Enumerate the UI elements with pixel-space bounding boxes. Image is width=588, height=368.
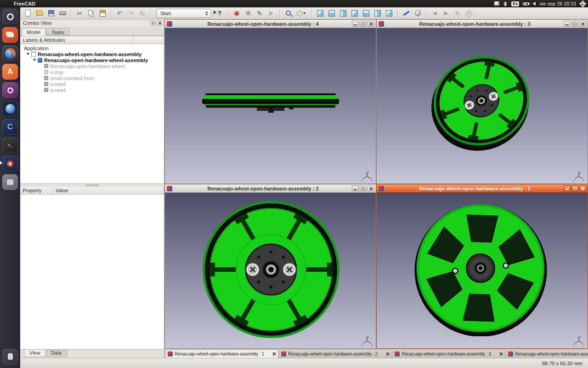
bottom-view-button[interactable] [373, 8, 383, 18]
expander-icon[interactable] [33, 59, 36, 61]
minimize-button[interactable] [564, 185, 571, 191]
window-titlebar[interactable]: Renacuajo-wheel-open-hardware-assembly :… [377, 20, 588, 28]
session-menu-icon[interactable] [580, 1, 585, 6]
launcher-item-files[interactable] [0, 26, 20, 44]
macro-stop-button[interactable] [243, 8, 253, 18]
open-document-button[interactable] [34, 8, 45, 18]
print-button[interactable] [57, 8, 68, 18]
measure-distance-button[interactable] [401, 8, 411, 18]
viewport-isometric-view[interactable]: z x y [377, 28, 588, 184]
launcher-item-dash[interactable] [0, 7, 20, 26]
minimize-button[interactable] [352, 21, 359, 27]
fit-all-button[interactable] [283, 8, 293, 18]
property-column-header[interactable]: Property [20, 187, 53, 194]
window-tab-3[interactable]: Renacuajo-wheel-open-hardware-assembly :… [392, 350, 505, 358]
tab-view[interactable]: View [24, 350, 46, 357]
maximize-button[interactable] [571, 21, 578, 27]
right-view-button[interactable] [350, 8, 360, 18]
launcher-item-trash[interactable] [0, 348, 20, 366]
rear-view-button[interactable] [361, 8, 371, 18]
new-document-button[interactable] [23, 8, 33, 18]
workbench-selector[interactable]: Start [156, 9, 211, 18]
tree-item-application[interactable]: Application [20, 45, 164, 51]
network-traffic-icon[interactable] [503, 1, 508, 6]
maximize-button[interactable] [571, 185, 578, 191]
expander-icon[interactable] [27, 53, 29, 55]
property-table-body[interactable] [20, 195, 164, 349]
tab-close-icon[interactable] [499, 352, 503, 356]
tab-close-icon[interactable] [385, 352, 390, 356]
whats-this-button[interactable]: ? [215, 8, 225, 18]
copy-button[interactable] [86, 8, 96, 18]
volume-icon[interactable] [532, 2, 536, 6]
minimize-button[interactable] [352, 185, 359, 191]
wheel-model-rear[interactable] [413, 200, 548, 336]
redo-button[interactable]: ↷ [126, 8, 136, 18]
window-tab-1[interactable]: Renacuajo-wheel-open-hardware-assembly :… [165, 350, 278, 358]
tree-item-document[interactable]: Renacuajo-wheel-open-hardware-assembly [20, 51, 164, 57]
tree-item-screw1[interactable]: screw1 [20, 87, 164, 93]
clock[interactable]: vie sep 26 20:31 [539, 1, 577, 6]
dock-close-button[interactable] [157, 20, 162, 26]
wheel-model-isometric[interactable] [422, 41, 541, 161]
window-tab-4[interactable]: Renacuajo-wheel-open-hardware-assembly :… [506, 350, 588, 358]
maximize-button[interactable] [360, 21, 367, 27]
next-view-button[interactable]: ▶ [441, 8, 451, 18]
window-titlebar[interactable]: Renacuajo-wheel-open-hardware-assembly :… [377, 184, 588, 193]
macro-edit-button[interactable]: ✎ [254, 8, 265, 18]
window-titlebar[interactable]: Renacuajo-wheel-open-hardware-assembly :… [165, 184, 376, 193]
viewport-front-view[interactable]: z x y [165, 193, 376, 348]
launcher-item-sphere-app[interactable] [0, 99, 20, 118]
launcher-item-freecad[interactable] [0, 155, 20, 173]
wheel-model-side[interactable] [202, 93, 339, 115]
tree-item-assembly[interactable]: Renacuajo-open-hardware-wheel-assembly [20, 57, 164, 63]
axonometric-view-button[interactable] [315, 8, 325, 18]
tree-item-screw2[interactable]: screw2 [20, 81, 164, 87]
close-button[interactable] [368, 185, 374, 191]
tab-data[interactable]: Data [45, 350, 67, 357]
launcher-item-c-app[interactable]: C [0, 118, 20, 136]
left-view-button[interactable] [384, 8, 394, 18]
save-button[interactable] [46, 8, 56, 18]
dock-splitter[interactable] [20, 183, 164, 187]
close-document-button[interactable]: × [464, 8, 474, 18]
close-button[interactable] [579, 21, 586, 27]
window-titlebar[interactable]: Renacuajo-wheel-open-hardware-assembly :… [165, 20, 376, 28]
undo-button[interactable]: ↶ [114, 8, 124, 18]
wheel-model-front[interactable] [202, 201, 340, 339]
refresh-button[interactable]: ↻ [137, 8, 147, 18]
top-view-button[interactable] [338, 8, 348, 18]
tree-item-wheel[interactable]: Renacuajo-open-hardware-wheel [20, 63, 164, 69]
value-column-header[interactable]: Value [53, 187, 164, 194]
combo-view-titlebar[interactable]: Combo View [20, 19, 164, 27]
tab-tasks[interactable]: Tasks [46, 28, 69, 35]
draw-style-button[interactable] [294, 8, 308, 18]
cut-button[interactable]: ✂ [74, 8, 85, 18]
macro-play-button[interactable] [266, 8, 276, 18]
front-view-button[interactable] [327, 8, 337, 18]
launcher-item-terminal[interactable]: >_ [0, 136, 20, 155]
tab-model[interactable]: Model [22, 28, 45, 36]
dock-float-button[interactable] [150, 20, 156, 26]
sync-view-button[interactable]: ↻ [452, 8, 463, 18]
tree-item-oring[interactable]: o-ring [20, 69, 164, 75]
system-monitor-icon[interactable] [494, 1, 500, 6]
launcher-item-firefox[interactable] [0, 44, 20, 63]
previous-view-button[interactable]: ◀ [430, 8, 440, 18]
viewport-side-view[interactable]: z x y [165, 28, 376, 184]
texture-view-button[interactable] [413, 8, 423, 18]
tree-item-horn[interactable]: small-rounded-horn [20, 75, 164, 81]
macro-record-button[interactable] [232, 8, 242, 18]
tab-close-icon[interactable] [272, 352, 276, 356]
window-tab-2[interactable]: Renacuajo-wheel-open-hardware-assembly :… [279, 350, 392, 358]
minimize-button[interactable] [564, 21, 571, 27]
launcher-item-software[interactable]: A [0, 63, 20, 81]
close-button[interactable] [579, 185, 586, 191]
paste-button[interactable] [97, 8, 107, 18]
close-button[interactable] [368, 21, 374, 27]
maximize-button[interactable] [360, 185, 367, 191]
launcher-item-settings[interactable] [0, 81, 20, 99]
launcher-item-gray-app[interactable] [0, 173, 20, 191]
keyboard-layout-indicator[interactable]: Es [511, 1, 519, 6]
viewport-rear-view[interactable]: z x y [377, 193, 588, 348]
